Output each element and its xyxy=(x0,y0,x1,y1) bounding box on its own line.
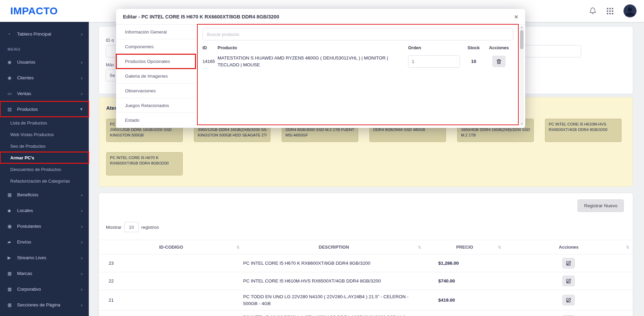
app-root: ◔ Tablero Principal › MENU ◉ Usuarios › … xyxy=(0,0,644,316)
cell-id: 23 xyxy=(99,254,243,272)
sidebar-subitem-web-vistas-productos[interactable]: Web Vistas Productos xyxy=(0,129,89,140)
cell-description: PC INTEL I5 10400 B560M-A GTX 1650/4GB D… xyxy=(243,311,424,316)
bell-icon[interactable] xyxy=(589,7,597,15)
orden-input[interactable] xyxy=(408,55,460,68)
modal-nav-estado[interactable]: Estado xyxy=(116,113,196,128)
product-card-line: MSI A650GF xyxy=(285,132,354,138)
modal-col-stock: Stock xyxy=(463,45,485,50)
filter-label-id: ID o xyxy=(106,38,114,43)
sidebar-item-label: Corporativo xyxy=(17,287,81,292)
modal-table-row: 14165 MATESTATION S HUAWEI AMD RYZEN5 46… xyxy=(202,55,513,68)
modal-cell-producto: MATESTATION S HUAWEI AMD RYZEN5 4600G ( … xyxy=(218,55,408,68)
sidebar-item-corporativo[interactable]: ▦ Corporativo › xyxy=(0,281,89,297)
cell-description: PC TODO EN UNO LG 22V280 N4100 ( 22V280-… xyxy=(243,290,424,311)
modal-table-header: ID Producto Orden Stock Acciones xyxy=(202,40,513,55)
sort-icon[interactable]: ⇅ xyxy=(418,245,421,250)
products-table-panel: Registrar Nuevo Mostrar registros ID-COD… xyxy=(99,193,633,316)
edit-product-modal: Editar - PC INTEL CORE I5 H670 K RX6600X… xyxy=(116,9,525,128)
sidebar-item-marcas[interactable]: ▦ Marcas › xyxy=(0,265,89,281)
product-card[interactable]: PC INTEL CORE I5 H670 K RX6600XT/8GB DDR… xyxy=(106,152,183,175)
chevron-right-icon: › xyxy=(81,271,83,276)
page-size-input[interactable] xyxy=(124,222,139,232)
users-icon: ◉ xyxy=(8,60,16,65)
modal-nav-informacion-general[interactable]: Información General xyxy=(116,25,196,39)
product-search-input[interactable] xyxy=(202,28,513,40)
table-row: 23 PC INTEL CORE I5 H670 K RX6600XT/8GB … xyxy=(99,254,633,272)
col-header-description[interactable]: DESCRIPTION⇅ xyxy=(243,240,424,254)
modal-cell-stock: 10 xyxy=(463,59,485,64)
sidebar-subitem-seo-de-productos[interactable]: Seo de Productos xyxy=(0,140,89,152)
col-header-precio[interactable]: PRECIO⇅ xyxy=(424,240,504,254)
sidebar-subitem-refactorizacion-de-categorias[interactable]: Refactorización de Categorías xyxy=(0,175,89,187)
cell-precio: $419.00 xyxy=(424,290,504,311)
modal-nav-observaciones[interactable]: Observaciones xyxy=(116,83,196,98)
chevron-right-icon: › xyxy=(81,75,83,81)
sidebar-item-postulantes[interactable]: ▣ Postulantes › xyxy=(0,218,89,234)
sidebar-item-label: Ventas xyxy=(17,91,81,96)
sidebar-subitem-descuentos-de-productos[interactable]: Descuentos de Productos xyxy=(0,163,89,175)
scroll-up-icon[interactable]: ▲ xyxy=(520,26,524,28)
sidebar-item-label: Clientes xyxy=(17,75,81,80)
scroll-down-icon[interactable]: ▼ xyxy=(520,123,524,125)
sidebar-item-usuarios[interactable]: ◉ Usuarios › xyxy=(0,54,89,70)
sidebar-item-locales[interactable]: ◆ Locales › xyxy=(0,202,89,218)
avatar[interactable] xyxy=(624,4,636,17)
modal-nav-productos-opcionales[interactable]: Productos Opcionales xyxy=(116,54,196,69)
sidebar-item-secciones-de-pagina[interactable]: ▦ Secciones de Página › xyxy=(0,297,89,313)
locations-icon: ◆ xyxy=(8,208,16,213)
chevron-right-icon: › xyxy=(81,239,83,245)
product-card-line: KINGSTON 500GB HDD SEAGATE 2TB xyxy=(198,132,267,138)
modal-cell-id: 14165 xyxy=(202,59,218,64)
cell-id: 16 xyxy=(99,311,243,316)
chevron-right-icon: › xyxy=(81,192,83,198)
modal-nav-juegos-relacionados[interactable]: Juegos Relacionados xyxy=(116,98,196,113)
product-card[interactable]: PC INTEL CORE I5 H610M-HVS RX6500XT/4GB … xyxy=(545,119,621,142)
scrollbar-thumb[interactable] xyxy=(520,30,523,49)
sort-icon[interactable]: ⇅ xyxy=(498,245,501,250)
sidebar-subitem-armar-pcs[interactable]: Armar PC's xyxy=(0,152,89,163)
table-row: 22 PC INTEL CORE I5 H610M-HVS RX6500XT/4… xyxy=(99,272,633,290)
cell-precio: $1,286.00 xyxy=(424,254,504,272)
modal-col-id: ID xyxy=(202,45,218,50)
modal-col-producto: Producto xyxy=(218,45,408,50)
sidebar-section-label: MENU xyxy=(0,42,89,54)
sidebar-item-label: Locales xyxy=(17,208,81,213)
edit-button[interactable] xyxy=(562,295,575,305)
close-icon[interactable]: × xyxy=(514,13,518,20)
chevron-right-icon: › xyxy=(81,31,83,37)
edit-button[interactable] xyxy=(562,276,575,286)
modal-nav-galeria-de-imagenes[interactable]: Galeria de Imagenes xyxy=(116,69,196,83)
register-new-button[interactable]: Registrar Nuevo xyxy=(577,199,624,212)
sidebar-item-beneficios[interactable]: ▦ Beneficios › xyxy=(0,187,89,202)
product-card-line xyxy=(549,132,618,138)
products-table: ID-CODIGO⇅ DESCRIPTION⇅ PRECIO⇅ Acciones… xyxy=(99,240,633,316)
sidebar-item-ventas[interactable]: ▭ Ventas › xyxy=(0,85,89,101)
sidebar-item-streams-lives[interactable]: ▶ Streams Lives › xyxy=(0,250,89,265)
sidebar-subitem-lista-de-productos[interactable]: Lista de Productos xyxy=(0,117,89,129)
sort-icon[interactable]: ⇅ xyxy=(626,245,629,250)
sidebar-item-productos[interactable]: ▤ Productos ▾ xyxy=(0,101,89,117)
topbar-actions xyxy=(589,4,636,17)
sidebar-item-tablero-principal[interactable]: ◔ Tablero Principal › xyxy=(0,26,89,42)
sort-icon[interactable]: ⇅ xyxy=(236,245,240,250)
trash-icon[interactable] xyxy=(492,56,505,67)
chevron-right-icon: › xyxy=(81,59,83,65)
sections-icon: ▦ xyxy=(8,302,16,307)
apps-grid-icon[interactable] xyxy=(607,8,613,14)
modal-nav-componentes[interactable]: Componentes xyxy=(116,39,196,54)
col-header-id-codigo[interactable]: ID-CODIGO⇅ xyxy=(99,240,243,254)
sidebar-item-label: Productos xyxy=(17,107,80,112)
cell-precio: $1,074.00 xyxy=(424,311,504,316)
edit-button[interactable] xyxy=(562,258,575,268)
modal-scrollbar[interactable]: ▲ ▼ xyxy=(520,25,524,126)
sidebar-item-envios[interactable]: ▰ Envíos › xyxy=(0,234,89,250)
product-card-line: M.2 1TB xyxy=(461,132,530,138)
sidebar-item-label: Marcas xyxy=(17,271,81,276)
sidebar-item-clientes[interactable]: ◉ Clientes › xyxy=(0,70,89,85)
page-size-label-prefix: Mostrar xyxy=(106,225,122,230)
sales-icon: ▭ xyxy=(8,91,16,96)
chevron-right-icon: › xyxy=(81,91,83,96)
brand-logo[interactable]: IMPACTO xyxy=(10,5,58,17)
applicants-icon: ▣ xyxy=(8,224,16,229)
col-header-acciones[interactable]: Acciones⇅ xyxy=(505,240,633,254)
